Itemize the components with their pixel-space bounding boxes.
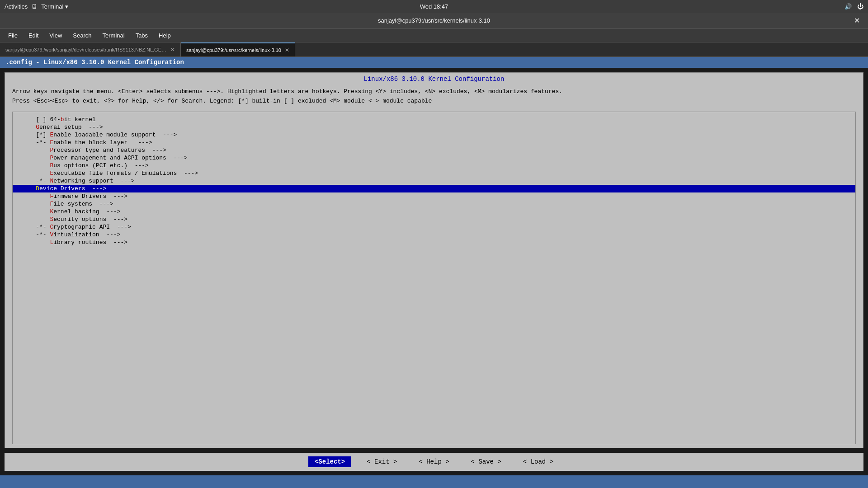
- button-bar: <Select> < Exit > < Help > < Save > < Lo…: [5, 453, 863, 471]
- menu-entry-11[interactable]: File systems --->: [13, 200, 855, 208]
- help-button[interactable]: < Help >: [412, 456, 455, 467]
- tab-0[interactable]: sanjayl@cpu379:/work/sanjayl/dev/release…: [0, 42, 181, 56]
- menu-entry-1[interactable]: General setup --->: [13, 123, 855, 131]
- menu-entries-box[interactable]: [ ] 64-bit kernel General setup ---> [*]…: [12, 112, 856, 444]
- load-button[interactable]: < Load >: [517, 456, 560, 467]
- system-bar-left: Activities 🖥 Terminal ▾: [5, 3, 68, 10]
- menu-entry-3[interactable]: -*- Enable the block layer --->: [13, 139, 855, 146]
- tabs-bar: sanjayl@cpu379:/work/sanjayl/dev/release…: [0, 42, 868, 57]
- menu-view[interactable]: View: [45, 30, 66, 41]
- select-button[interactable]: <Select>: [308, 456, 351, 467]
- terminal-content: .config - Linux/x86 3.10.0 Kernel Config…: [0, 57, 868, 475]
- menu-entry-5[interactable]: Power management and ACPI options --->: [13, 154, 855, 162]
- menu-entry-12[interactable]: Kernel hacking --->: [13, 208, 855, 216]
- power-icon[interactable]: ⏻: [857, 3, 863, 10]
- datetime-label: Wed 18:47: [420, 3, 448, 10]
- terminal-label[interactable]: Terminal ▾: [41, 3, 68, 10]
- window-title: sanjayl@cpu379:/usr/src/kernels/linux-3.…: [378, 17, 490, 24]
- system-bar-right: 🔊 ⏻: [844, 3, 863, 10]
- menu-entry-0[interactable]: [ ] 64-bit kernel: [13, 116, 855, 123]
- save-button[interactable]: < Save >: [465, 456, 508, 467]
- menu-file[interactable]: File: [4, 30, 22, 41]
- kernel-config-panel: Linux/x86 3.10.0 Kernel Configuration Ar…: [5, 72, 863, 448]
- menu-entry-13[interactable]: Security options --->: [13, 216, 855, 223]
- menu-entry-2[interactable]: [*] Enable loadable module support --->: [13, 131, 855, 139]
- window-close-button[interactable]: ✕: [851, 15, 863, 26]
- menu-entry-6[interactable]: Bus options (PCI etc.) --->: [13, 162, 855, 169]
- instructions-line1: Arrow keys navigate the menu. <Enter> se…: [12, 87, 856, 97]
- menu-terminal[interactable]: Terminal: [98, 30, 129, 41]
- tab-1[interactable]: sanjayl@cpu379:/usr/src/kernels/linux-3.…: [181, 42, 295, 56]
- menu-entry-7[interactable]: Executable file formats / Emulations ---…: [13, 169, 855, 177]
- window-titlebar: sanjayl@cpu379:/usr/src/kernels/linux-3.…: [0, 13, 868, 29]
- menu-edit[interactable]: Edit: [24, 30, 43, 41]
- tab-1-label: sanjayl@cpu379:/usr/src/kernels/linux-3.…: [186, 47, 281, 53]
- config-header: .config - Linux/x86 3.10.0 Kernel Config…: [0, 57, 868, 68]
- volume-icon[interactable]: 🔊: [844, 3, 852, 10]
- menu-help[interactable]: Help: [154, 30, 175, 41]
- menu-entry-14[interactable]: -*- Cryptographic API --->: [13, 223, 855, 231]
- tab-0-label: sanjayl@cpu379:/work/sanjayl/dev/release…: [5, 47, 167, 52]
- menu-bar: File Edit View Search Terminal Tabs Help: [0, 29, 868, 42]
- menu-entry-8[interactable]: -*- Networking support --->: [13, 177, 855, 185]
- system-bar-center: Wed 18:47: [420, 3, 448, 10]
- kernel-config-title: Linux/x86 3.10.0 Kernel Configuration: [5, 73, 863, 85]
- tab-1-close[interactable]: ✕: [285, 47, 289, 53]
- menu-entry-4[interactable]: Processor type and features --->: [13, 146, 855, 154]
- menu-search[interactable]: Search: [68, 30, 96, 41]
- terminal-window: sanjayl@cpu379:/usr/src/kernels/linux-3.…: [0, 13, 868, 488]
- exit-button[interactable]: < Exit >: [360, 456, 403, 467]
- terminal-icon: 🖥: [31, 3, 38, 10]
- terminal-bottom-bar: [0, 475, 868, 488]
- config-instructions: Arrow keys navigate the menu. <Enter> se…: [5, 85, 863, 108]
- activities-label[interactable]: Activities: [5, 3, 28, 10]
- instructions-line2: Press <Esc><Esc> to exit, <?> for Help, …: [12, 97, 856, 106]
- menu-entry-10[interactable]: Firmware Drivers --->: [13, 192, 855, 200]
- menu-entry-16[interactable]: Library routines --->: [13, 239, 855, 246]
- menu-entry-device-drivers[interactable]: Device Drivers --->: [13, 185, 855, 192]
- tab-0-close[interactable]: ✕: [170, 47, 175, 53]
- system-bar: Activities 🖥 Terminal ▾ Wed 18:47 🔊 ⏻: [0, 0, 868, 13]
- menu-tabs[interactable]: Tabs: [131, 30, 152, 41]
- menu-entry-15[interactable]: -*- Virtualization --->: [13, 231, 855, 239]
